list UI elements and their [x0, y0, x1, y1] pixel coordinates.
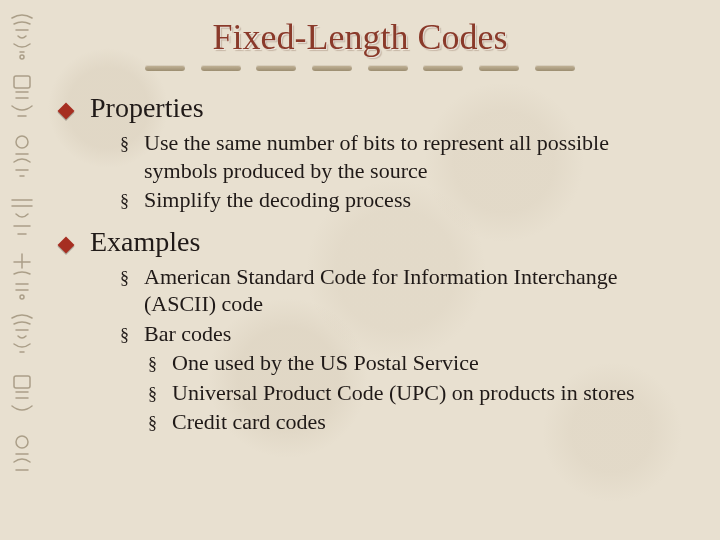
list-item: § Bar codes § One used by the US Postal … — [120, 320, 680, 436]
square-bullet-icon: § — [148, 412, 172, 435]
square-bullet-icon: § — [148, 383, 172, 406]
list-item-text: Bar codes — [144, 320, 231, 348]
slide-title: Fixed-Length Codes — [0, 0, 720, 72]
list-item: § One used by the US Postal Service — [148, 349, 680, 377]
slide-body: Properties § Use the same number of bits… — [0, 72, 720, 436]
list-item-text: Simplify the decoding process — [144, 186, 411, 214]
list-item: § American Standard Code for Information… — [120, 263, 680, 318]
section-examples: Examples § American Standard Code for In… — [60, 224, 680, 436]
section-properties: Properties § Use the same number of bits… — [60, 90, 680, 214]
section-heading: Properties — [90, 90, 204, 125]
list-item: § Simplify the decoding process — [120, 186, 680, 214]
list-item-text: Universal Product Code (UPC) on products… — [172, 379, 635, 407]
title-divider — [145, 64, 575, 72]
square-bullet-icon: § — [120, 324, 144, 347]
list-item-text: Credit card codes — [172, 408, 326, 436]
list-item: § Use the same number of bits to represe… — [120, 129, 680, 184]
square-bullet-icon: § — [120, 267, 144, 290]
list-item: § Universal Product Code (UPC) on produc… — [148, 379, 680, 407]
list-item-text: Use the same number of bits to represent… — [144, 129, 680, 184]
square-bullet-icon: § — [148, 353, 172, 376]
square-bullet-icon: § — [120, 133, 144, 156]
diamond-bullet-icon — [60, 105, 90, 117]
list-item-text: American Standard Code for Information I… — [144, 263, 680, 318]
list-item: § Credit card codes — [148, 408, 680, 436]
slide-title-text: Fixed-Length Codes — [213, 17, 508, 57]
square-bullet-icon: § — [120, 190, 144, 213]
section-heading: Examples — [90, 224, 200, 259]
svg-point-5 — [16, 436, 28, 448]
diamond-bullet-icon — [60, 239, 90, 251]
list-item-text: One used by the US Postal Service — [172, 349, 479, 377]
glyph-icon — [6, 430, 38, 482]
